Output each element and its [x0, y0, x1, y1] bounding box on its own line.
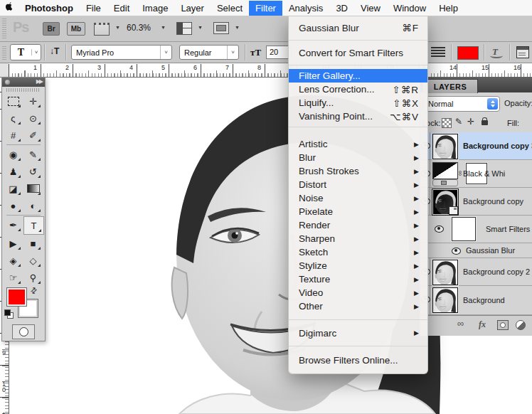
text-align-icon[interactable] [431, 47, 445, 57]
type-tool[interactable]: T [23, 216, 44, 235]
gradient-tool[interactable] [23, 180, 43, 197]
menubar-item-help[interactable]: Help [432, 1, 464, 16]
font-style-select[interactable]: Regular ˅ [179, 45, 239, 60]
pen-tool[interactable]: ✒ [4, 216, 23, 233]
dodge-tool[interactable]: ◐ [23, 197, 43, 214]
move-tool[interactable]: ✛ [23, 92, 43, 110]
text-orientation-icon[interactable]: ↓T [50, 46, 59, 56]
warp-text-icon[interactable]: T [492, 46, 498, 58]
3d-orbit-tool[interactable]: ◇ [23, 252, 43, 269]
layer-row-background-copy-2[interactable]: Background copy 2 [420, 258, 532, 286]
toolbox-grip[interactable] [6, 88, 41, 92]
menubar-item-view[interactable]: View [354, 1, 387, 16]
layer-row-background-copy-3[interactable]: Background copy 3 [420, 132, 532, 160]
menubar-item-select[interactable]: Select [211, 1, 249, 16]
layer-row-background-copy[interactable]: Background copy [420, 188, 532, 216]
quick-mask-button[interactable] [12, 324, 35, 339]
shape-tool[interactable]: ■ [23, 235, 43, 252]
zoom-level[interactable]: 60.3% [127, 23, 151, 33]
tab-layers[interactable]: LAYERS [422, 79, 478, 93]
menubar-item-photoshop[interactable]: Photoshop [18, 1, 80, 16]
menu-item-render[interactable]: Render▶ [289, 218, 427, 232]
default-colors-icon[interactable] [4, 309, 13, 318]
launch-bridge-button[interactable]: Br [43, 22, 60, 36]
layer-style-fx-icon[interactable]: fx [479, 319, 486, 330]
menu-item-stylize[interactable]: Stylize▶ [289, 259, 427, 272]
menu-item-digimarc[interactable]: Digimarc▶ [289, 324, 427, 341]
healing-brush-tool[interactable]: ◉ [4, 146, 23, 163]
blend-mode-select[interactable]: Normal [423, 96, 500, 112]
menu-item-noise[interactable]: Noise▶ [289, 191, 427, 205]
menu-item-filter-gallery[interactable]: Filter Gallery... [289, 69, 427, 83]
menu-item-video[interactable]: Video▶ [289, 286, 427, 299]
layer-row-gaussian-blur[interactable]: Gaussian Blur [420, 243, 532, 258]
menu-item-artistic[interactable]: Artistic▶ [289, 137, 427, 151]
layer-row-black-whi[interactable]: ∞Black & Whi [420, 160, 532, 188]
menu-item-gaussian-blur[interactable]: Gaussian Blur⌘F [289, 18, 427, 37]
menu-item-pixelate[interactable]: Pixelate▶ [289, 205, 427, 218]
menu-item-brush-strokes[interactable]: Brush Strokes▶ [289, 164, 427, 178]
device-central-button[interactable]: Mb [67, 22, 85, 36]
menu-item-sketch[interactable]: Sketch▶ [289, 245, 427, 259]
menubar-item-window[interactable]: Window [387, 1, 432, 16]
menubar-item-image[interactable]: Image [136, 1, 174, 16]
collapse-arrows-icon[interactable]: ▶▶ [36, 78, 42, 85]
view-extras-icon[interactable] [94, 23, 110, 36]
toolbox-header[interactable]: ▶▶ [2, 78, 45, 87]
adjustment-layer-icon[interactable] [516, 320, 526, 330]
3d-rotate-tool[interactable]: ◈ [4, 252, 23, 269]
close-dot-icon[interactable] [5, 80, 10, 85]
screen-mode-icon[interactable] [213, 22, 229, 34]
hand-tool[interactable]: ☞ [4, 269, 23, 286]
menu-item-distort[interactable]: Distort▶ [289, 178, 427, 191]
text-color-swatch[interactable] [457, 46, 479, 60]
menu-item-texture[interactable]: Texture▶ [289, 272, 427, 286]
font-family-select[interactable]: Myriad Pro ˅ [71, 45, 172, 60]
eye-icon[interactable] [435, 225, 444, 233]
menu-item-vanishing-point[interactable]: Vanishing Point...⌥⌘V [289, 110, 427, 123]
menubar-item-analysis[interactable]: Analysis [282, 1, 329, 16]
link-layers-icon[interactable]: ∞ [457, 318, 464, 329]
brush-tool[interactable]: ✎ [23, 146, 43, 163]
zoom-dropdown-arrow[interactable]: ▼ [161, 25, 166, 30]
clone-stamp-tool[interactable]: ♟ [4, 163, 23, 180]
tool-preset-picker[interactable]: T ˅ [10, 44, 41, 60]
lock-all-icon[interactable] [482, 120, 488, 125]
menubar-item-file[interactable]: File [80, 1, 107, 16]
arrange-documents-icon[interactable] [176, 22, 192, 35]
menu-item-browse-filters-online[interactable]: Browse Filters Online... [289, 351, 427, 369]
menu-item-sharpen[interactable]: Sharpen▶ [289, 232, 427, 245]
layer-row-background[interactable]: Background [420, 286, 532, 315]
arrange-documents-dropdown-arrow[interactable]: ▼ [198, 25, 203, 30]
add-layer-mask-icon[interactable] [497, 320, 509, 330]
lock-pixels-icon[interactable]: ✎ [455, 117, 462, 127]
apple-icon[interactable] [0, 1, 18, 14]
zoom-tool[interactable]: ⚲ [23, 269, 43, 286]
menubar-item-3d[interactable]: 3D [329, 1, 354, 16]
history-brush-tool[interactable]: ↺ [23, 163, 43, 180]
menu-item-lens-correction[interactable]: Lens Correction...⇧⌘R [289, 83, 427, 96]
crop-tool[interactable]: # [4, 127, 23, 144]
horizontal-ruler[interactable]: 1234567891011121314151617 [9, 63, 532, 78]
menu-item-other[interactable]: Other▶ [289, 299, 427, 313]
swap-colors-icon[interactable]: ⇄ [28, 285, 40, 297]
lock-position-icon[interactable]: ✛ [467, 117, 474, 127]
foreground-color-swatch[interactable] [7, 288, 26, 306]
lock-transparency-icon[interactable] [442, 118, 452, 128]
menubar-item-layer[interactable]: Layer [174, 1, 211, 16]
view-extras-dropdown-arrow[interactable]: ▼ [115, 25, 120, 30]
eraser-tool[interactable]: ◪ [4, 180, 23, 197]
menu-item-blur[interactable]: Blur▶ [289, 151, 427, 164]
quick-selection-tool[interactable]: ⊙ [23, 110, 43, 127]
menu-item-convert-for-smart-filters[interactable]: Convert for Smart Filters [289, 43, 427, 62]
rectangular-marquee-tool[interactable] [4, 92, 23, 110]
path-selection-tool[interactable]: ▶ [4, 235, 23, 252]
screen-mode-dropdown-arrow[interactable]: ▼ [235, 25, 240, 30]
layer-row-smart-filters[interactable]: Smart Filters [420, 216, 532, 243]
blur-tool[interactable]: ● [4, 197, 23, 214]
menu-item-liquify[interactable]: Liquify...⇧⌘X [289, 96, 427, 110]
menubar-item-edit[interactable]: Edit [107, 1, 136, 16]
toggle-panels-icon[interactable] [516, 46, 529, 58]
lasso-tool[interactable]: ς [4, 110, 23, 127]
eyedropper-tool[interactable]: ✐ [23, 127, 43, 144]
